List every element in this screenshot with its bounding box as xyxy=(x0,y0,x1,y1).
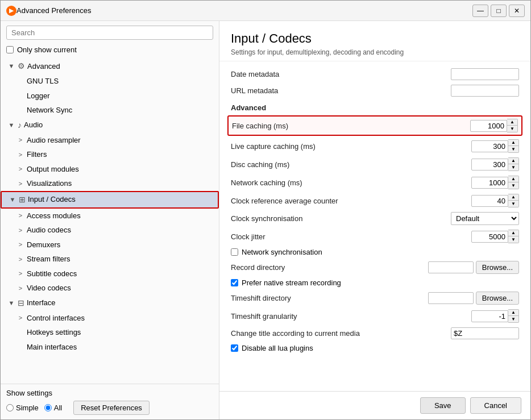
tree-item-networksync[interactable]: Network Sync xyxy=(1,103,219,118)
tree-item-hotkeys[interactable]: Hotkeys settings xyxy=(1,325,219,340)
clock-ref-decrement[interactable]: ▼ xyxy=(508,201,518,207)
timeshift-gran-increment[interactable]: ▲ xyxy=(508,310,518,316)
tree-item-interface[interactable]: ▼ ⊟ Interface xyxy=(1,296,219,311)
tree-label: Advanced xyxy=(27,61,60,72)
tree-label: Logger xyxy=(27,90,49,102)
expand-icon: > xyxy=(16,269,24,278)
tree-item-gnutls[interactable]: GNU TLS xyxy=(1,74,219,89)
tree-label: Input / Codecs xyxy=(28,194,76,205)
search-input[interactable] xyxy=(6,26,213,40)
tree-label: Output modules xyxy=(27,164,79,175)
clock-ref-increment[interactable]: ▲ xyxy=(508,194,518,201)
radio-simple[interactable] xyxy=(6,404,14,411)
right-header: Input / Codecs Settings for input, demul… xyxy=(219,21,530,61)
tree-label: Audio codecs xyxy=(27,224,71,236)
tree-item-advanced[interactable]: ▼ ⚙ Advanced xyxy=(1,59,219,74)
page-title: Input / Codecs xyxy=(231,31,519,46)
interface-icon: ⊟ xyxy=(18,297,24,309)
tree-item-audio-codecs[interactable]: > Audio codecs xyxy=(1,223,219,238)
live-capture-increment[interactable]: ▲ xyxy=(508,140,518,146)
disc-caching-decrement[interactable]: ▼ xyxy=(508,164,518,171)
radio-all-label[interactable]: All xyxy=(44,404,62,412)
clock-jitter-decrement[interactable]: ▼ xyxy=(508,236,518,243)
live-capture-row: Live capture caching (ms) ▲ ▼ xyxy=(231,137,519,155)
codec-icon: ⊞ xyxy=(19,194,26,206)
settings-content: Date metadata URL metadata Advanced File… xyxy=(219,61,530,391)
expand-icon: > xyxy=(16,150,24,160)
clock-ref-label: Clock reference average counter xyxy=(231,197,471,205)
prefer-native-checkbox[interactable] xyxy=(231,279,238,286)
url-metadata-input[interactable] xyxy=(451,85,519,97)
file-caching-increment[interactable]: ▲ xyxy=(507,119,517,126)
tree-item-stream-filters[interactable]: > Stream filters xyxy=(1,252,219,267)
record-dir-input[interactable] xyxy=(428,261,474,273)
clock-sync-select[interactable]: Default None Audio Video xyxy=(451,212,519,225)
tree-item-main-interfaces[interactable]: Main interfaces xyxy=(1,340,219,355)
tree-item-output-modules[interactable]: > Output modules xyxy=(1,162,219,177)
change-title-row: Change title according to current media xyxy=(231,325,519,342)
disc-caching-input[interactable] xyxy=(471,159,508,171)
minimize-button[interactable]: — xyxy=(472,5,488,17)
file-caching-decrement[interactable]: ▼ xyxy=(507,126,517,132)
cancel-button[interactable]: Cancel xyxy=(470,397,521,414)
tree-item-visualizations[interactable]: > Visualizations xyxy=(1,176,219,191)
disc-caching-spin-buttons: ▲ ▼ xyxy=(508,157,519,171)
timeshift-gran-decrement[interactable]: ▼ xyxy=(508,316,518,322)
save-button[interactable]: Save xyxy=(420,397,466,414)
clock-jitter-increment[interactable]: ▲ xyxy=(508,230,518,236)
change-title-input[interactable] xyxy=(451,327,519,339)
tree-item-demuxers[interactable]: > Demuxers xyxy=(1,238,219,252)
file-caching-row: File caching (ms) ▲ ▼ xyxy=(227,115,522,136)
tree-label: Video codecs xyxy=(27,282,71,294)
clock-sync-label: Clock synchronisation xyxy=(231,214,451,223)
network-sync-checkbox[interactable] xyxy=(231,248,238,256)
record-dir-browse-button[interactable]: Browse... xyxy=(476,261,519,274)
radio-simple-label[interactable]: Simple xyxy=(6,404,39,412)
tree-item-access-modules[interactable]: > Access modules xyxy=(1,209,219,223)
reset-preferences-button[interactable]: Reset Preferences xyxy=(73,401,150,415)
record-dir-label: Record directory xyxy=(231,263,428,272)
timeshift-dir-browse-button[interactable]: Browse... xyxy=(476,292,519,305)
clock-jitter-row: Clock jitter ▲ ▼ xyxy=(231,227,519,246)
file-caching-input[interactable] xyxy=(470,120,507,132)
live-capture-decrement[interactable]: ▼ xyxy=(508,146,518,152)
timeshift-dir-input[interactable] xyxy=(428,292,474,304)
network-caching-decrement[interactable]: ▼ xyxy=(508,182,518,189)
network-sync-label: Network synchronisation xyxy=(242,248,322,256)
network-caching-label: Network caching (ms) xyxy=(231,178,471,187)
close-button[interactable]: ✕ xyxy=(509,5,525,17)
settings-tree: ▼ ⚙ Advanced GNU TLS Logger Network Sync… xyxy=(1,57,219,384)
record-dir-row: Record directory Browse... xyxy=(231,259,519,276)
timeshift-dir-row: Timeshift directory Browse... xyxy=(231,289,519,307)
clock-jitter-spinner: ▲ ▼ xyxy=(471,230,519,243)
live-capture-input[interactable] xyxy=(471,140,508,152)
tree-item-subtitle-codecs[interactable]: > Subtitle codecs xyxy=(1,267,219,281)
disable-lua-row: Disable all lua plugins xyxy=(231,342,519,355)
tree-item-control-interfaces[interactable]: > Control interfaces xyxy=(1,311,219,326)
tree-item-audio[interactable]: ▼ ♪ Audio xyxy=(1,118,219,133)
tree-item-video-codecs[interactable]: > Video codecs xyxy=(1,281,219,296)
timeshift-gran-spinner: ▲ ▼ xyxy=(471,309,519,323)
tree-item-input-codecs[interactable]: ▼ ⊞ Input / Codecs xyxy=(1,191,219,209)
tree-item-logger[interactable]: Logger xyxy=(1,89,219,103)
disable-lua-checkbox[interactable] xyxy=(231,344,238,352)
radio-all[interactable] xyxy=(44,404,52,411)
tree-item-filters[interactable]: > Filters xyxy=(1,147,219,162)
tree-label: Audio xyxy=(24,119,43,131)
titlebar: ▶ Advanced Preferences — □ ✕ xyxy=(1,1,530,21)
timeshift-gran-input[interactable] xyxy=(471,310,508,322)
maximize-button[interactable]: □ xyxy=(491,5,507,17)
clock-ref-input[interactable] xyxy=(471,195,508,207)
date-metadata-input[interactable] xyxy=(451,68,519,80)
clock-jitter-input[interactable] xyxy=(471,231,508,243)
expand-icon: > xyxy=(16,135,24,145)
disc-caching-increment[interactable]: ▲ xyxy=(508,158,518,164)
tree-label: Stream filters xyxy=(27,253,70,265)
network-caching-input[interactable] xyxy=(471,177,508,189)
disc-caching-row: Disc caching (ms) ▲ ▼ xyxy=(231,155,519,173)
network-caching-spin-buttons: ▲ ▼ xyxy=(508,176,519,189)
only-current-checkbox[interactable] xyxy=(6,46,14,53)
network-caching-increment[interactable]: ▲ xyxy=(508,176,518,182)
advanced-section-label: Advanced xyxy=(231,99,519,114)
tree-item-audio-resampler[interactable]: > Audio resampler xyxy=(1,133,219,148)
